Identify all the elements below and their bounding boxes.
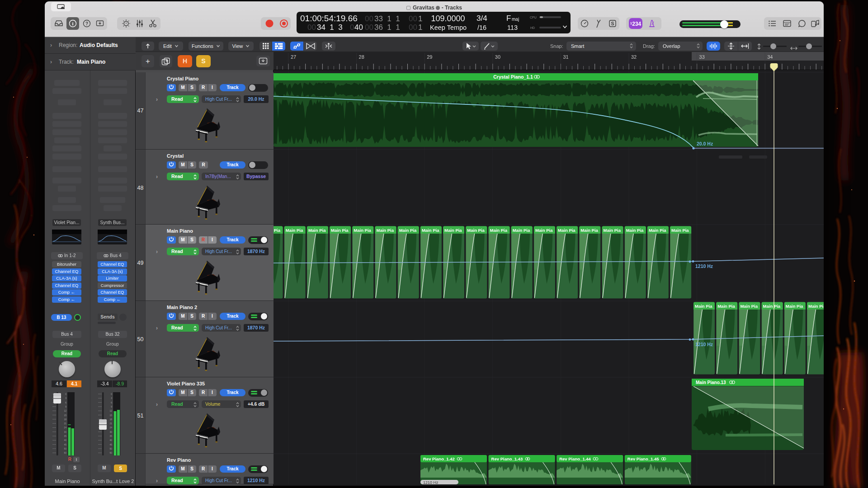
svg-text:Main Piano.13: Main Piano.13 <box>696 380 726 385</box>
svg-text:29: 29 <box>427 54 432 60</box>
svg-text:6: 6 <box>65 401 66 404</box>
svg-text:40: 40 <box>64 439 66 441</box>
svg-text:30: 30 <box>109 431 112 433</box>
svg-text:35: 35 <box>64 435 66 437</box>
svg-text:i: i <box>72 21 73 26</box>
svg-text:20.0 Hz: 20.0 Hz <box>697 141 713 146</box>
svg-text:Rev Piano_1.44: Rev Piano_1.44 <box>559 456 591 461</box>
svg-text:45: 45 <box>64 443 66 446</box>
svg-text:0: 0 <box>65 393 66 395</box>
svg-text:35: 35 <box>109 435 112 437</box>
svg-text:21: 21 <box>109 422 112 425</box>
svg-text:34: 34 <box>767 54 773 60</box>
svg-text:9: 9 <box>65 405 66 408</box>
svg-text:24: 24 <box>109 426 112 429</box>
svg-text:31: 31 <box>563 54 568 60</box>
svg-text:45: 45 <box>109 443 112 446</box>
svg-text:60: 60 <box>109 451 112 454</box>
svg-text:1210 Hz: 1210 Hz <box>695 342 713 347</box>
svg-text:15: 15 <box>64 414 66 417</box>
svg-text:28: 28 <box>359 54 364 60</box>
svg-text:Crystal Piano_1.1: Crystal Piano_1.1 <box>493 74 533 80</box>
svg-text:50: 50 <box>64 447 66 450</box>
svg-text:?: ? <box>85 21 88 26</box>
svg-text:33: 33 <box>699 54 705 60</box>
svg-text:30: 30 <box>64 431 66 433</box>
svg-text:50: 50 <box>109 447 112 450</box>
svg-text:24: 24 <box>64 426 66 429</box>
svg-text:6: 6 <box>111 401 112 404</box>
svg-text:32: 32 <box>631 54 637 60</box>
svg-text:9: 9 <box>111 405 112 408</box>
svg-text:27: 27 <box>291 54 296 60</box>
svg-text:18: 18 <box>64 418 66 421</box>
svg-text:Rev Piano_1.42: Rev Piano_1.42 <box>423 456 455 461</box>
svg-text:40: 40 <box>109 439 112 441</box>
svg-text:S: S <box>611 21 614 26</box>
svg-text:1210 Hz: 1210 Hz <box>423 480 439 484</box>
svg-text:12: 12 <box>109 409 112 412</box>
svg-text:21: 21 <box>64 422 66 425</box>
svg-text:0: 0 <box>111 393 112 395</box>
svg-text:12: 12 <box>64 409 66 412</box>
svg-text:3: 3 <box>65 397 66 399</box>
svg-text:60: 60 <box>64 451 66 454</box>
svg-text:18: 18 <box>109 418 112 421</box>
svg-text:Rev Piano_1.43: Rev Piano_1.43 <box>491 456 523 461</box>
svg-text:1210 Hz: 1210 Hz <box>695 263 713 269</box>
svg-text:15: 15 <box>109 414 112 417</box>
svg-text:30: 30 <box>495 54 500 60</box>
svg-text:3: 3 <box>111 397 112 399</box>
svg-text:Rev Piano_1.45: Rev Piano_1.45 <box>627 456 659 461</box>
